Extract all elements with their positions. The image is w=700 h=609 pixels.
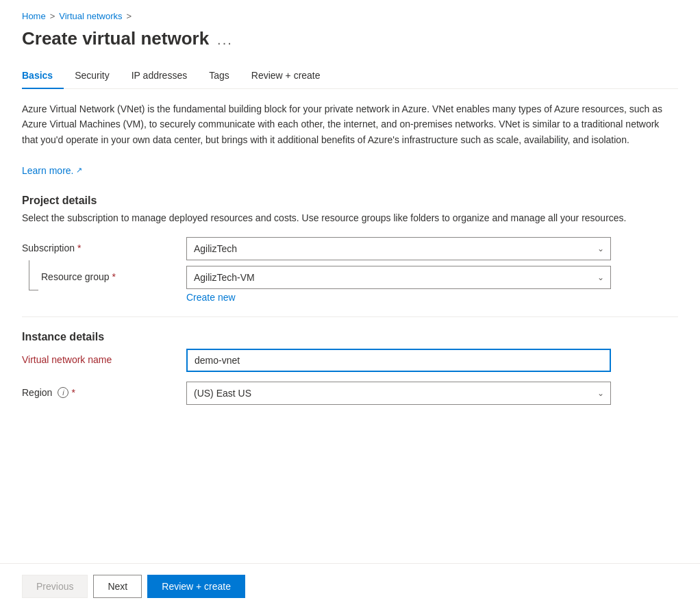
region-select-wrapper: (US) East US ⌄ bbox=[186, 382, 611, 405]
project-details-section: Project details Select the subscription … bbox=[22, 195, 678, 303]
tab-ip-addresses[interactable]: IP addresses bbox=[121, 63, 198, 89]
resource-group-row: Resource group * AgilizTech-VM ⌄ Create … bbox=[22, 266, 666, 303]
section-divider bbox=[22, 316, 678, 317]
next-button[interactable]: Next bbox=[93, 575, 142, 598]
subscription-row: Subscription * AgilizTech ⌄ bbox=[22, 237, 666, 260]
tabs-bar: Basics Security IP addresses Tags Review… bbox=[22, 63, 678, 89]
vnet-name-row: Virtual network name bbox=[22, 349, 666, 372]
subscription-select[interactable]: AgilizTech bbox=[186, 237, 611, 260]
tab-basics[interactable]: Basics bbox=[22, 63, 64, 89]
region-control-wrapper: (US) East US ⌄ bbox=[186, 382, 611, 405]
tab-review-create[interactable]: Review + create bbox=[240, 63, 332, 89]
project-details-title: Project details bbox=[22, 195, 678, 207]
page-title: Create virtual network bbox=[22, 28, 209, 49]
region-info-icon[interactable]: i bbox=[58, 387, 68, 398]
page-title-row: Create virtual network ... bbox=[22, 28, 678, 49]
region-select[interactable]: (US) East US bbox=[186, 382, 611, 405]
description-text: Azure Virtual Network (VNet) is the fund… bbox=[22, 101, 666, 147]
tab-tags[interactable]: Tags bbox=[198, 63, 240, 89]
bracket-visual bbox=[22, 266, 38, 290]
tab-security[interactable]: Security bbox=[64, 63, 121, 89]
instance-details-section: Instance details Virtual network name Re… bbox=[22, 331, 678, 405]
resource-group-control-wrapper: AgilizTech-VM ⌄ Create new bbox=[186, 266, 611, 303]
review-create-button[interactable]: Review + create bbox=[147, 575, 245, 598]
subscription-label: Subscription * bbox=[22, 243, 81, 253]
page-container: Home > Virtual networks > Create virtual… bbox=[0, 0, 700, 609]
region-label-area: Region i * bbox=[22, 382, 186, 398]
region-row: Region i * (US) East US ⌄ bbox=[22, 382, 666, 405]
bottom-bar: Previous Next Review + create bbox=[0, 563, 700, 609]
resource-group-label: Resource group * bbox=[41, 266, 116, 282]
breadcrumb-home[interactable]: Home bbox=[22, 11, 46, 21]
subscription-select-wrapper: AgilizTech ⌄ bbox=[186, 237, 611, 260]
external-link-icon: ↗ bbox=[76, 164, 82, 177]
breadcrumb-sep1: > bbox=[50, 11, 55, 21]
breadcrumb-virtual-networks[interactable]: Virtual networks bbox=[59, 11, 122, 21]
more-options-button[interactable]: ... bbox=[217, 32, 233, 48]
subscription-control-wrapper: AgilizTech ⌄ bbox=[186, 237, 611, 260]
breadcrumb: Home > Virtual networks > bbox=[22, 11, 678, 21]
main-content: Home > Virtual networks > Create virtual… bbox=[0, 0, 700, 563]
create-new-link[interactable]: Create new bbox=[186, 292, 236, 303]
vnet-name-control-wrapper bbox=[186, 349, 611, 372]
previous-button[interactable]: Previous bbox=[22, 575, 88, 598]
vnet-name-label: Virtual network name bbox=[22, 349, 186, 365]
description-box: Azure Virtual Network (VNet) is the fund… bbox=[22, 101, 666, 178]
resource-group-select-wrapper: AgilizTech-VM ⌄ bbox=[186, 266, 611, 289]
project-details-desc: Select the subscription to manage deploy… bbox=[22, 212, 666, 223]
vnet-name-input[interactable] bbox=[186, 349, 611, 372]
rg-label-container: Resource group * bbox=[22, 266, 186, 290]
breadcrumb-sep2: > bbox=[127, 11, 132, 21]
resource-group-select[interactable]: AgilizTech-VM bbox=[186, 266, 611, 289]
subscription-label-area: Subscription * bbox=[22, 237, 186, 253]
instance-details-title: Instance details bbox=[22, 331, 678, 343]
learn-more-link[interactable]: Learn more. ↗ bbox=[22, 163, 82, 178]
